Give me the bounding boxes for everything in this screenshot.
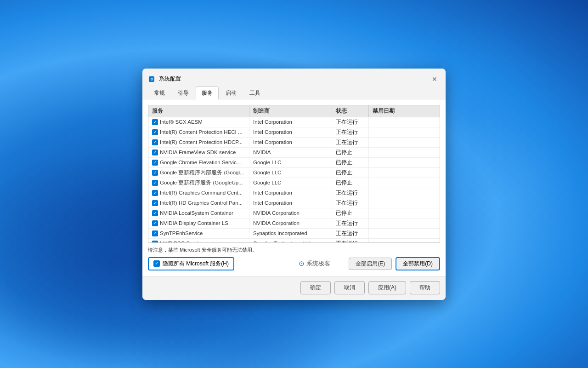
service-name: Intel(R) Graphics Command Cent...: [160, 190, 243, 196]
services-table[interactable]: 服务 制造商 状态 禁用日期 Intel® SGX AESM Intel Cor…: [148, 105, 440, 243]
table-row[interactable]: UWP RPC Service Creative Technology Ltd …: [148, 239, 440, 243]
service-checkbox[interactable]: [152, 241, 158, 243]
hide-microsoft-check-icon: [153, 260, 160, 267]
status-cell: 已停止: [332, 158, 369, 167]
service-name: UWP RPC Service: [160, 241, 204, 243]
service-name-cell: NVIDIA Display Container LS: [148, 218, 249, 228]
hide-microsoft-checkbox[interactable]: 隐藏所有 Microsoft 服务(H): [148, 257, 234, 270]
service-name-cell: Intel(R) Content Protection HDCP...: [148, 138, 249, 147]
enable-all-button[interactable]: 全部启用(E): [349, 258, 392, 270]
manufacturer-cell: Intel Corporation: [249, 188, 332, 198]
service-checkbox[interactable]: [152, 160, 158, 166]
tab-startup[interactable]: 启动: [220, 86, 243, 99]
col-disabled-date: 禁用日期: [369, 105, 440, 117]
service-name: Intel(R) Content Protection HDCP...: [160, 139, 243, 145]
table-row[interactable]: Google 更新程序内部服务 (Googl... Google LLC 已停止: [148, 168, 440, 178]
disabled-date-cell: [369, 117, 440, 127]
table-row[interactable]: Intel(R) Content Protection HECI ... Int…: [148, 127, 440, 138]
service-checkbox[interactable]: [152, 139, 158, 145]
status-cell: 正在运行: [332, 229, 369, 238]
status-cell: 正在运行: [332, 138, 369, 147]
service-name: Google Chrome Elevation Servic...: [160, 160, 241, 165]
close-button[interactable]: ✕: [429, 74, 440, 85]
status-cell: 已停止: [332, 178, 369, 188]
disabled-date-cell: [369, 168, 440, 178]
service-name: Google 更新程序内部服务 (Googl...: [160, 169, 244, 176]
service-checkbox[interactable]: [152, 220, 158, 226]
disabled-date-cell: [369, 218, 440, 228]
service-name: NVIDIA FrameView SDK service: [160, 150, 236, 155]
table-row[interactable]: NVIDIA LocalSystem Container NVIDIA Corp…: [148, 208, 440, 218]
col-manufacturer: 制造商: [249, 105, 332, 117]
service-checkbox[interactable]: [152, 170, 158, 176]
service-name-cell: NVIDIA LocalSystem Container: [148, 208, 249, 218]
bottom-actions: 隐藏所有 Microsoft 服务(H) ⊙ 系统极客 全部启用(E) 全部禁用…: [148, 257, 440, 270]
table-row[interactable]: Intel(R) Content Protection HDCP... Inte…: [148, 138, 440, 148]
tab-general[interactable]: 常规: [148, 86, 171, 99]
disable-all-button[interactable]: 全部禁用(D): [396, 257, 440, 270]
service-name-cell: Google 更新程序内部服务 (Googl...: [148, 168, 249, 178]
service-name-cell: Intel(R) HD Graphics Control Pan...: [148, 198, 249, 208]
table-row[interactable]: Intel® SGX AESM Intel Corporation 正在运行: [148, 117, 440, 127]
manufacturer-cell: Google LLC: [249, 168, 332, 178]
apply-button[interactable]: 应用(A): [368, 281, 406, 294]
disabled-date-cell: [369, 148, 440, 157]
status-cell: 正在运行: [332, 117, 369, 127]
table-header: 服务 制造商 状态 禁用日期: [148, 105, 440, 117]
service-name-cell: Intel(R) Content Protection HECI ...: [148, 127, 249, 137]
service-name: Intel(R) HD Graphics Control Pan...: [160, 200, 243, 206]
table-row[interactable]: NVIDIA FrameView SDK service NVIDIA 已停止: [148, 148, 440, 158]
service-checkbox[interactable]: [152, 230, 158, 236]
service-checkbox[interactable]: [152, 180, 158, 186]
disabled-date-cell: [369, 127, 440, 137]
table-row[interactable]: Intel(R) Graphics Command Cent... Intel …: [148, 188, 440, 198]
service-name: NVIDIA LocalSystem Container: [160, 210, 233, 216]
help-button[interactable]: 帮助: [410, 281, 440, 294]
table-row[interactable]: SynTPEnhService Synaptics Incorporated 正…: [148, 229, 440, 239]
service-name: Intel® SGX AESM: [160, 119, 203, 125]
service-checkbox[interactable]: [152, 119, 158, 125]
table-row[interactable]: Google Chrome Elevation Servic... Google…: [148, 158, 440, 168]
service-name-cell: Intel® SGX AESM: [148, 117, 249, 127]
status-cell: 已停止: [332, 208, 369, 218]
status-cell: 正在运行: [332, 218, 369, 228]
service-name-cell: Intel(R) Graphics Command Cent...: [148, 188, 249, 198]
title-bar-left: ⚙ 系统配置: [148, 75, 181, 83]
table-row[interactable]: Google 更新程序服务 (GoogleUp... Google LLC 已停…: [148, 178, 440, 188]
service-name-cell: Google Chrome Elevation Servic...: [148, 158, 249, 167]
status-cell: 正在运行: [332, 239, 369, 243]
service-name-cell: UWP RPC Service: [148, 239, 249, 243]
ok-button[interactable]: 确定: [300, 281, 331, 294]
disabled-date-cell: [369, 138, 440, 147]
tab-bar: 常规 引导 服务 启动 工具: [142, 86, 446, 99]
system-config-dialog: ⚙ 系统配置 ✕ 常规 引导 服务 启动 工具 服务 制造商 状态: [142, 69, 446, 300]
manufacturer-cell: Intel Corporation: [249, 138, 332, 147]
service-checkbox[interactable]: [152, 200, 158, 206]
table-row[interactable]: Intel(R) HD Graphics Control Pan... Inte…: [148, 198, 440, 208]
service-name-cell: Google 更新程序服务 (GoogleUp...: [148, 178, 249, 188]
status-cell: 正在运行: [332, 127, 369, 137]
dialog-icon: ⚙: [148, 75, 155, 83]
service-checkbox[interactable]: [152, 190, 158, 196]
manufacturer-cell: Google LLC: [249, 158, 332, 167]
disabled-date-cell: [369, 229, 440, 238]
disabled-date-cell: [369, 198, 440, 208]
tab-services[interactable]: 服务: [196, 86, 219, 99]
service-checkbox[interactable]: [152, 150, 158, 155]
tab-tools[interactable]: 工具: [243, 86, 266, 99]
manufacturer-cell: Synaptics Incorporated: [249, 229, 332, 238]
manufacturer-cell: Google LLC: [249, 178, 332, 188]
cancel-button[interactable]: 取消: [334, 281, 365, 294]
watermark-text: 系统极客: [306, 259, 330, 268]
watermark: ⊙ 系统极客: [299, 259, 330, 268]
tab-boot[interactable]: 引导: [172, 86, 195, 99]
service-name: Google 更新程序服务 (GoogleUp...: [160, 179, 243, 186]
service-checkbox[interactable]: [152, 210, 158, 216]
service-checkbox[interactable]: [152, 129, 158, 135]
col-status: 状态: [332, 105, 369, 117]
manufacturer-cell: NVIDIA Corporation: [249, 208, 332, 218]
manufacturer-cell: NVIDIA: [249, 148, 332, 157]
table-row[interactable]: NVIDIA Display Container LS NVIDIA Corpo…: [148, 218, 440, 229]
svg-text:⚙: ⚙: [150, 77, 153, 81]
title-bar: ⚙ 系统配置 ✕: [142, 69, 446, 86]
